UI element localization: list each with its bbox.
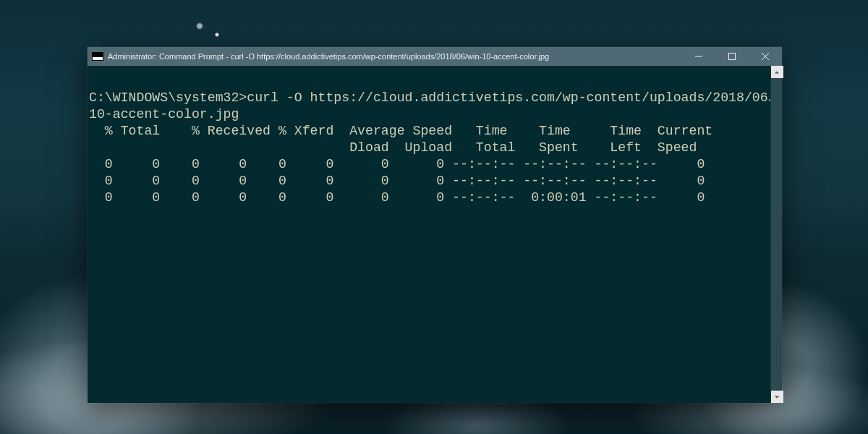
- chevron-up-icon: [774, 69, 780, 75]
- scrollbar-up-button[interactable]: [771, 66, 783, 78]
- minimize-icon: [695, 53, 702, 60]
- scrollbar-track[interactable]: [771, 78, 782, 391]
- window-client-area: C:\WINDOWS\system32>curl -O https://clou…: [88, 66, 782, 403]
- command-prompt-window: Administrator: Command Prompt - curl -O …: [88, 47, 782, 403]
- scrollbar-down-button[interactable]: [771, 391, 783, 403]
- maximize-icon: [728, 53, 736, 60]
- vertical-scrollbar[interactable]: [770, 66, 782, 403]
- terminal-output[interactable]: C:\WINDOWS\system32>curl -O https://clou…: [88, 66, 770, 403]
- titlebar[interactable]: Administrator: Command Prompt - curl -O …: [88, 47, 782, 66]
- close-icon: [762, 53, 769, 60]
- chevron-down-icon: [774, 394, 780, 400]
- close-button[interactable]: [749, 47, 782, 66]
- cmd-icon: [92, 52, 103, 61]
- maximize-button[interactable]: [715, 47, 749, 66]
- svg-rect-1: [729, 54, 736, 60]
- minimize-button[interactable]: [682, 47, 715, 66]
- window-title: Administrator: Command Prompt - curl -O …: [108, 52, 549, 61]
